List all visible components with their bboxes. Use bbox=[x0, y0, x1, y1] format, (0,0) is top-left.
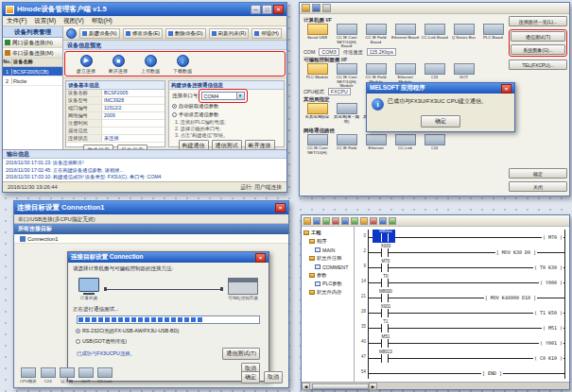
delete-device-button[interactable]: 删除设备(D) bbox=[165, 28, 206, 39]
ladder-rung[interactable]: 35 T1 ( M51 ) bbox=[355, 319, 569, 334]
save-icon[interactable] bbox=[313, 217, 321, 225]
action-upload[interactable]: ↑ 上传数据 bbox=[141, 55, 160, 74]
tree-item-plc-parameter[interactable]: PLC参数 bbox=[302, 280, 354, 288]
ladder-canvas[interactable]: 0 M8002 ( M70 ) 2 X000 [ MOV K30 D0 ] bbox=[355, 227, 569, 382]
tile-other-single[interactable]: 其他局(单一网络) bbox=[333, 103, 360, 127]
cpu-mode-value[interactable]: FXCPU bbox=[328, 88, 351, 95]
tile-plc-board[interactable]: PLC Board bbox=[479, 24, 507, 47]
maximize-button[interactable]: □ bbox=[262, 5, 272, 14]
melsoft-titlebar[interactable]: MELSOFT 应用程序 × bbox=[367, 83, 514, 94]
system-image-button[interactable]: 系统图像(G)... bbox=[511, 44, 565, 55]
tile-ccie-field-board[interactable]: CC IE Field Board bbox=[362, 24, 390, 47]
tile-ccie-cont-module[interactable]: CC IE Cont NET/10(H) Module bbox=[333, 63, 360, 87]
convert-icon[interactable] bbox=[370, 217, 377, 225]
ladder-rung[interactable]: 0 M8002 ( M70 ) bbox=[355, 229, 569, 244]
connection-test-button[interactable]: 通信测试(T) bbox=[511, 31, 565, 42]
new-device-button[interactable]: 新建设备(N) bbox=[79, 28, 120, 39]
chevron-down-icon[interactable]: ▾ bbox=[236, 93, 244, 99]
ok-button[interactable]: 确定 bbox=[509, 168, 567, 179]
ladder-rung[interactable]: 21 M8000 [ MOV K4X000 D10 ] bbox=[355, 289, 569, 304]
close-icon[interactable]: × bbox=[501, 84, 511, 94]
win1-titlebar[interactable]: Hinode设备管理客户端 v1.5 ─ □ × bbox=[3, 3, 286, 16]
cpu-series-tile[interactable]: CPU模块 bbox=[20, 367, 37, 383]
usb-radio[interactable]: USB(GOT透明传送) bbox=[73, 337, 264, 346]
ladder-rung[interactable]: 47 M8013 ( C0 K10 ) bbox=[355, 349, 569, 365]
auto-param-radio[interactable]: 自动获取通信参数 bbox=[169, 102, 284, 111]
cpu-series-tile[interactable]: GOT bbox=[78, 367, 94, 383]
baud-value[interactable]: 115.2Kbps bbox=[367, 48, 396, 56]
tree-item-device-memory[interactable]: 软元件内存 bbox=[302, 288, 354, 297]
win3-ok-button[interactable]: 确定 bbox=[241, 371, 260, 383]
help-button[interactable]: 帮助(H) bbox=[251, 28, 282, 39]
tile-net-ethernet[interactable]: Ethernet bbox=[362, 134, 390, 158]
horizontal-scrollbar[interactable]: ◀ ▶ bbox=[302, 382, 569, 389]
tile-net-ccie-field[interactable]: CC IE Field bbox=[333, 134, 360, 158]
close-dialog-button[interactable]: 关闭 bbox=[509, 181, 567, 192]
menu-file[interactable]: 文件(F) bbox=[7, 17, 26, 26]
refresh-button[interactable]: 刷新列表(R) bbox=[209, 28, 250, 39]
net-device-group[interactable]: 网口设备连接(N) bbox=[3, 38, 62, 48]
tile-ccie-cont-board[interactable]: CC IE Cont NET/10(H) Board bbox=[333, 24, 360, 47]
device-row-1[interactable]: 1 BCSF2005(CB) bbox=[3, 67, 62, 77]
print-icon[interactable] bbox=[322, 4, 331, 12]
menu-settings[interactable]: 设置(M) bbox=[34, 17, 56, 26]
tree-item-parameter[interactable]: 参数 bbox=[302, 271, 354, 280]
ladder-rung[interactable]: 9 M70 ( T0 K30 ) bbox=[355, 259, 569, 274]
zoom-icon[interactable] bbox=[389, 217, 396, 225]
com-value[interactable]: COM3 bbox=[319, 48, 338, 56]
minimize-button[interactable]: ─ bbox=[251, 5, 261, 14]
ladder-rung[interactable]: 40 M51 ( Y001 ) bbox=[355, 334, 569, 349]
open-folder-icon[interactable] bbox=[302, 4, 310, 12]
edit-device-button[interactable]: 修改设备(E) bbox=[123, 28, 163, 39]
rs232c-radio[interactable]: RS-232C(包括FX-USB-AW/FX3U-USB-BD) bbox=[73, 327, 264, 335]
tree-root[interactable]: 工程 bbox=[302, 229, 354, 237]
cpu-series-tile[interactable]: CC-Link bbox=[97, 367, 113, 383]
tile-cclink-board[interactable]: CC-Link Board bbox=[421, 24, 448, 47]
tile-ethernet-board[interactable]: Ethernet Board bbox=[391, 24, 419, 47]
menu-view[interactable]: 视图(V) bbox=[63, 17, 84, 26]
tree-item-comment-file[interactable]: COMMENT bbox=[302, 263, 354, 271]
action-connect[interactable]: ▶ 建立连接 bbox=[77, 55, 95, 74]
tile-q-bus[interactable]: Q Series Bus bbox=[450, 24, 477, 47]
channel-list-button[interactable]: 连接路径一览(L)... bbox=[509, 16, 567, 26]
action-download[interactable]: ↓ 下载数据 bbox=[173, 55, 192, 74]
manual-param-radio[interactable]: 手动设置通信参数 bbox=[169, 111, 284, 119]
tile-net-c24[interactable]: C24 bbox=[421, 134, 448, 158]
coil-tool-icon[interactable] bbox=[351, 217, 358, 225]
action-disconnect[interactable]: ■ 断开连接 bbox=[109, 55, 128, 74]
wizard-comm-test-button[interactable]: 通信测试(T) bbox=[222, 348, 260, 360]
ladder-rung[interactable]: 2 X000 [ MOV K30 D0 ] bbox=[355, 244, 569, 259]
win3-titlebar[interactable]: 连接目标设置 Connection1 × bbox=[14, 201, 288, 214]
ladder-rung[interactable]: 28 X001 ( T1 K50 ) bbox=[355, 304, 569, 319]
win3-cancel-button[interactable]: 取消 bbox=[264, 371, 283, 383]
ladder-end-rung[interactable]: 54 [ END ] bbox=[355, 365, 569, 380]
com-port-select[interactable]: COM4 ▾ bbox=[201, 92, 245, 100]
contact-tool-icon[interactable] bbox=[341, 217, 349, 225]
tree-item-comment[interactable]: 软元件注释 bbox=[302, 254, 354, 263]
tile-net-ccie-cont[interactable]: CC IE Cont NET/10(H) bbox=[303, 134, 331, 158]
menu-help[interactable]: 帮助(H) bbox=[92, 17, 113, 26]
serial-device-group[interactable]: 串口设备连接(M) bbox=[3, 48, 62, 59]
tile-serial-usb[interactable]: Serial USB bbox=[303, 24, 331, 47]
tel-fxcpu-button[interactable]: TEL(FXCPU)... bbox=[509, 60, 567, 70]
cpu-series-tile[interactable]: 以太网 bbox=[60, 367, 75, 383]
scroll-right-icon[interactable]: ▶ bbox=[369, 383, 377, 390]
melsoft-ok-button[interactable]: 确定 bbox=[421, 115, 460, 128]
tile-plc-module[interactable]: PLC Module bbox=[303, 63, 331, 87]
output-log[interactable]: 2016/11/30 17:01:23: 设备连接断开! 2016/11/30 … bbox=[3, 159, 286, 181]
write-mode-icon[interactable] bbox=[332, 217, 339, 225]
find-icon[interactable] bbox=[379, 217, 387, 225]
device-row-2[interactable]: 2 Fbclw bbox=[3, 77, 62, 86]
tree-item-program[interactable]: 程序 bbox=[302, 237, 354, 246]
open-folder-icon[interactable] bbox=[303, 217, 311, 225]
tree-item-main[interactable]: MAIN bbox=[302, 246, 354, 254]
tile-no-specification[interactable]: 无其他局指定 bbox=[303, 103, 331, 127]
wizard-titlebar[interactable]: 连接目标设置 Connection × bbox=[68, 252, 269, 263]
line-tool-icon[interactable] bbox=[360, 217, 368, 225]
monitor-mode-icon[interactable] bbox=[322, 217, 330, 225]
save-icon[interactable] bbox=[312, 4, 321, 12]
close-icon[interactable]: × bbox=[275, 203, 286, 213]
cpu-series-tile[interactable]: C24 bbox=[41, 367, 56, 383]
connection-item[interactable]: Connection1 bbox=[14, 234, 288, 244]
ladder-rung[interactable]: 14 T0 ( Y000 ) bbox=[355, 274, 569, 289]
